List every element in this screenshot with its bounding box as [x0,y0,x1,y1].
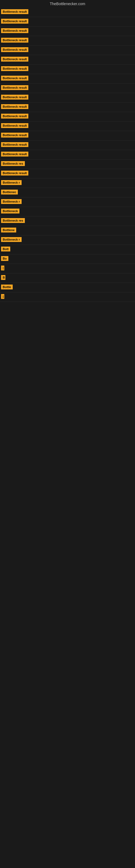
bottleneck-badge[interactable]: Bottleneck result [1,114,28,119]
list-item: Bottleneck result [0,169,135,179]
bottleneck-badge[interactable]: Bottleneck result [1,47,28,52]
list-item: | [0,292,135,302]
list-item: Bottleneck r [0,179,135,188]
bottleneck-badge[interactable]: Bottlenec [1,190,18,194]
list-item: Bottleneck result [0,36,135,45]
list-item: Bottleneck result [0,8,135,17]
list-item: Bottleneck r [0,197,135,207]
bottleneck-badge[interactable]: Bottleneck result [1,76,28,81]
bottleneck-badge[interactable]: Bottleneck result [1,19,28,24]
list-item: Bottleneck result [0,150,135,159]
list-item: Bottleneck res [0,159,135,169]
list-item: Bottlene [0,226,135,236]
bottleneck-badge[interactable]: Bottleneck result [1,57,28,62]
bottleneck-badge[interactable]: Bottleneck result [1,123,28,128]
bottleneck-badge[interactable]: Bottleneck res [1,218,25,223]
bottleneck-badge[interactable]: Bottleneck result [1,28,28,33]
bottleneck-badge[interactable]: Bottleneck result [1,133,28,137]
list-item: Bottleneck result [0,17,135,27]
bottleneck-badge[interactable]: Bottleneck result [1,38,28,42]
bottleneck-badge[interactable]: Bottleneck res [1,161,25,166]
bottleneck-badge[interactable]: Bottleneck result [1,104,28,109]
list-item: Bottleneck result [0,102,135,112]
bottleneck-badge[interactable]: | [1,266,4,271]
bottleneck-badge[interactable]: Bottleneck result [1,85,28,90]
list-item: Bottleneck result [0,55,135,65]
bottleneck-badge[interactable]: Bottleneck [1,209,19,214]
bottleneck-badge[interactable]: Bottleneck r [1,237,21,242]
bottleneck-badge[interactable]: Bott [1,247,10,251]
list-item: | [0,264,135,273]
bottleneck-badge[interactable]: Bottleneck result [1,142,28,147]
bottleneck-badge[interactable]: Bottleneck result [1,9,28,14]
bottleneck-badge[interactable]: Bottleneck result [1,152,28,156]
list-item: Bott [0,245,135,254]
list-item: Bottleneck result [0,65,135,74]
list-item: Bottleneck result [0,112,135,122]
list-item: Bottleneck result [0,27,135,36]
list-item: Bottleneck r [0,236,135,245]
bottleneck-badge[interactable]: Bottleneck result [1,66,28,71]
bottleneck-badge[interactable]: Bottleneck r [1,199,21,204]
bottleneck-badge[interactable]: Bo [1,256,8,261]
bottleneck-badge[interactable]: Bottlene [1,227,16,232]
bottleneck-badge[interactable]: B [1,275,5,280]
list-item: Bo [0,254,135,264]
list-item: Bottleneck result [0,122,135,131]
bottleneck-badge[interactable]: Bottle [1,284,13,289]
site-title: TheBottlenecker.com [50,2,85,6]
list-item: Bottleneck result [0,45,135,55]
list-item: Bottlenec [0,188,135,197]
site-header: TheBottlenecker.com [0,0,135,8]
list-item: Bottleneck result [0,141,135,150]
bottleneck-badge[interactable]: | [1,294,4,299]
list-item: Bottle [0,283,135,292]
list-item: Bottleneck result [0,131,135,141]
list-item: B [0,273,135,283]
list-item: Bottleneck result [0,84,135,93]
bottleneck-badge[interactable]: Bottleneck r [1,180,21,185]
bottleneck-badge[interactable]: Bottleneck result [1,95,28,99]
list-item: Bottleneck res [0,216,135,226]
list-item: Bottleneck [0,207,135,216]
list-item: Bottleneck result [0,74,135,84]
list-item: Bottleneck result [0,93,135,102]
bottleneck-badge[interactable]: Bottleneck result [1,170,28,176]
